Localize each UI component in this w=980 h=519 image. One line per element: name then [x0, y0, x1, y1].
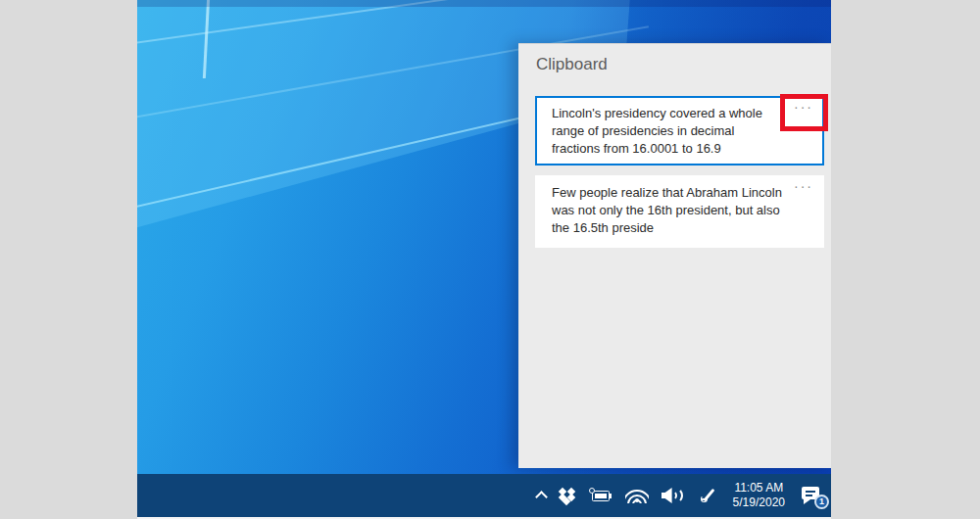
ellipsis-icon: ··· [794, 178, 813, 194]
clipboard-item-2[interactable]: Few people realize that Abraham Lincoln … [535, 175, 824, 248]
volume-icon[interactable] [662, 488, 686, 503]
clock-time: 11:05 AM [733, 481, 785, 495]
ellipsis-icon: ··· [794, 99, 813, 115]
desktop-screen: Clipboard Lincoln's presidency covered a… [137, 0, 831, 519]
clipboard-history-panel: Clipboard Lincoln's presidency covered a… [518, 43, 831, 468]
taskbar-clock[interactable]: 11:05 AM 5/19/2020 [731, 481, 787, 510]
dropbox-icon[interactable] [559, 488, 576, 504]
chevron-up-icon [535, 491, 548, 503]
wifi-icon[interactable] [625, 488, 649, 503]
show-hidden-icons-button[interactable] [537, 490, 546, 501]
clipboard-item-text: Lincoln's presidency covered a whole ran… [537, 98, 822, 165]
wallpaper-top-shade [137, 0, 831, 7]
battery-charging-icon[interactable] [589, 489, 612, 502]
screenshot-stage: Clipboard Lincoln's presidency covered a… [0, 0, 980, 519]
notification-badge: 1 [814, 495, 829, 509]
action-center-button[interactable]: 1 [800, 485, 825, 506]
clipboard-item-1[interactable]: Lincoln's presidency covered a whole ran… [535, 96, 824, 165]
panel-title: Clipboard [536, 55, 608, 74]
clipboard-item-text: Few people realize that Abraham Lincoln … [537, 177, 822, 245]
more-options-button[interactable]: ··· [794, 98, 813, 116]
clock-date: 5/19/2020 [733, 495, 785, 510]
windows-ink-pen-icon[interactable] [699, 487, 718, 504]
more-options-button[interactable]: ··· [794, 177, 813, 195]
taskbar: 11:05 AM 5/19/2020 1 [137, 474, 831, 517]
system-tray: 11:05 AM 5/19/2020 1 [537, 474, 827, 517]
